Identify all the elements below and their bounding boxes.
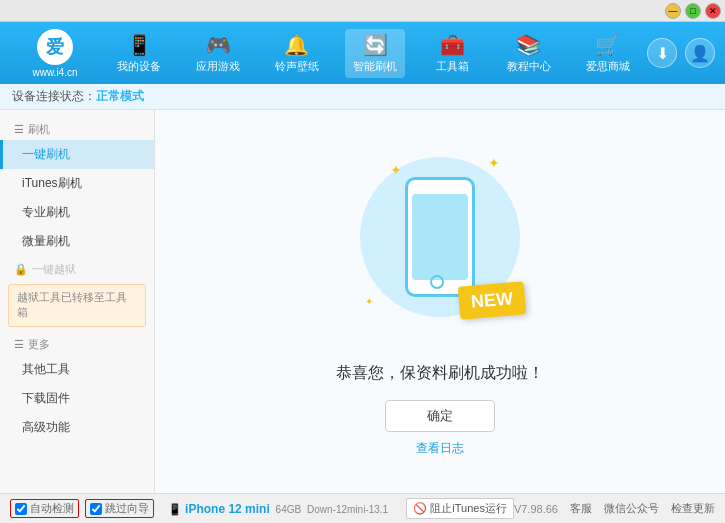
sparkle-icon-3: ✦ [365,296,373,307]
sidebar-section-jailbreak: 🔒 一键越狱 [0,256,154,280]
top-nav: 爱 www.i4.cn 📱 我的设备 🎮 应用游戏 🔔 铃声壁纸 🔄 智能刷机 … [0,22,725,84]
jailbreak-section-label: 一键越狱 [32,262,76,277]
sidebar-item-one-click-flash[interactable]: 一键刷机 [0,140,154,169]
sidebar-item-pro-flash[interactable]: 专业刷机 [0,198,154,227]
phone-illustration: ✦ ✦ ✦ NEW [350,147,530,347]
apps-games-label: 应用游戏 [196,59,240,74]
close-button[interactable]: ✕ [705,3,721,19]
device-name: iPhone 12 mini [185,502,270,516]
download-button[interactable]: ⬇ [647,38,677,68]
tutorials-label: 教程中心 [507,59,551,74]
nav-toolbox[interactable]: 🧰 工具箱 [424,29,480,78]
sidebar-item-other-tools[interactable]: 其他工具 [0,355,154,384]
phone-body [405,177,475,297]
skip-wizard-checkbox[interactable] [90,503,102,515]
check-update-link[interactable]: 检查更新 [671,501,715,516]
sidebar-item-download-firmware[interactable]: 下载固件 [0,384,154,413]
bottom-middle: 🚫 阻止iTunes运行 [406,498,514,519]
success-text: 恭喜您，保资料刷机成功啦！ [336,363,544,384]
nav-tutorials[interactable]: 📚 教程中心 [499,29,559,78]
version-text: V7.98.66 [514,503,558,515]
flash-section-icon: ☰ [14,123,24,136]
auto-detect-checkbox[interactable] [15,503,27,515]
sidebar-item-data-flash[interactable]: 微量刷机 [0,227,154,256]
wechat-public-link[interactable]: 微信公众号 [604,501,659,516]
store-label: 爱思商城 [586,59,630,74]
device-info: 📱 iPhone 12 mini 64GB Down-12mini-13.1 [168,502,388,516]
jailbreak-note: 越狱工具已转移至工具箱 [8,284,146,327]
toolbox-label: 工具箱 [436,59,469,74]
sidebar: ☰ 刷机 一键刷机 iTunes刷机 专业刷机 微量刷机 🔒 一键越狱 越狱工具… [0,110,155,493]
logo-icon: 爱 [37,29,73,65]
sidebar-item-itunes-flash[interactable]: iTunes刷机 [0,169,154,198]
status-value: 正常模式 [96,88,144,105]
confirm-button[interactable]: 确定 [385,400,495,432]
nav-my-device[interactable]: 📱 我的设备 [109,29,169,78]
auto-detect-checkbox-label[interactable]: 自动检测 [10,499,79,518]
ringtones-icon: 🔔 [284,33,309,57]
tutorials-icon: 📚 [516,33,541,57]
device-firmware: Down-12mini-13.1 [304,504,388,515]
main-layout: ☰ 刷机 一键刷机 iTunes刷机 专业刷机 微量刷机 🔒 一键越狱 越狱工具… [0,110,725,493]
ringtones-label: 铃声壁纸 [275,59,319,74]
nav-store[interactable]: 🛒 爱思商城 [578,29,638,78]
nav-smart-flash[interactable]: 🔄 智能刷机 [345,29,405,78]
status-bar: 设备连接状态： 正常模式 [0,84,725,110]
maximize-button[interactable]: □ [685,3,701,19]
nav-ringtones[interactable]: 🔔 铃声壁纸 [267,29,327,78]
toolbox-icon: 🧰 [440,33,465,57]
status-prefix: 设备连接状态： [12,88,96,105]
bottom-bar: 自动检测 跳过向导 📱 iPhone 12 mini 64GB Down-12m… [0,493,725,523]
customer-service-link[interactable]: 客服 [570,501,592,516]
store-icon: 🛒 [595,33,620,57]
sidebar-item-advanced[interactable]: 高级功能 [0,413,154,442]
new-badge: NEW [458,281,527,320]
smart-flash-label: 智能刷机 [353,59,397,74]
device-capacity: 64GB [273,504,301,515]
nav-apps-games[interactable]: 🎮 应用游戏 [188,29,248,78]
stop-itunes-icon: 🚫 [413,502,427,515]
skip-wizard-checkbox-label[interactable]: 跳过向导 [85,499,154,518]
phone-screen [412,194,468,280]
stop-itunes-button[interactable]: 🚫 阻止iTunes运行 [406,498,514,519]
view-log-link[interactable]: 查看日志 [416,440,464,457]
flash-section-label: 刷机 [28,122,50,137]
minimize-button[interactable]: — [665,3,681,19]
smart-flash-icon: 🔄 [363,33,388,57]
my-device-label: 我的设备 [117,59,161,74]
title-bar: — □ ✕ [0,0,725,22]
nav-right: ⬇ 👤 [647,38,715,68]
sparkle-icon-1: ✦ [390,162,402,178]
skip-wizard-label: 跳过向导 [105,501,149,516]
logo-area[interactable]: 爱 www.i4.cn [10,29,100,78]
sparkle-icon-2: ✦ [488,155,500,171]
bottom-left: 自动检测 跳过向导 📱 iPhone 12 mini 64GB Down-12m… [10,499,406,518]
sidebar-section-more: ☰ 更多 [0,331,154,355]
sidebar-section-flash: ☰ 刷机 [0,116,154,140]
auto-detect-label: 自动检测 [30,501,74,516]
my-device-icon: 📱 [127,33,152,57]
nav-items: 📱 我的设备 🎮 应用游戏 🔔 铃声壁纸 🔄 智能刷机 🧰 工具箱 📚 教程中心… [100,29,647,78]
apps-games-icon: 🎮 [206,33,231,57]
device-icon: 📱 [168,503,182,515]
logo-url: www.i4.cn [32,67,77,78]
user-button[interactable]: 👤 [685,38,715,68]
lock-icon: 🔒 [14,263,28,276]
content-area: ✦ ✦ ✦ NEW 恭喜您，保资料刷机成功啦！ 确定 查看日志 [155,110,725,493]
stop-itunes-label: 阻止iTunes运行 [430,501,507,516]
more-section-label: 更多 [28,337,50,352]
phone-home-button [430,275,444,289]
more-section-icon: ☰ [14,338,24,351]
bottom-right: V7.98.66 客服 微信公众号 检查更新 [514,501,715,516]
